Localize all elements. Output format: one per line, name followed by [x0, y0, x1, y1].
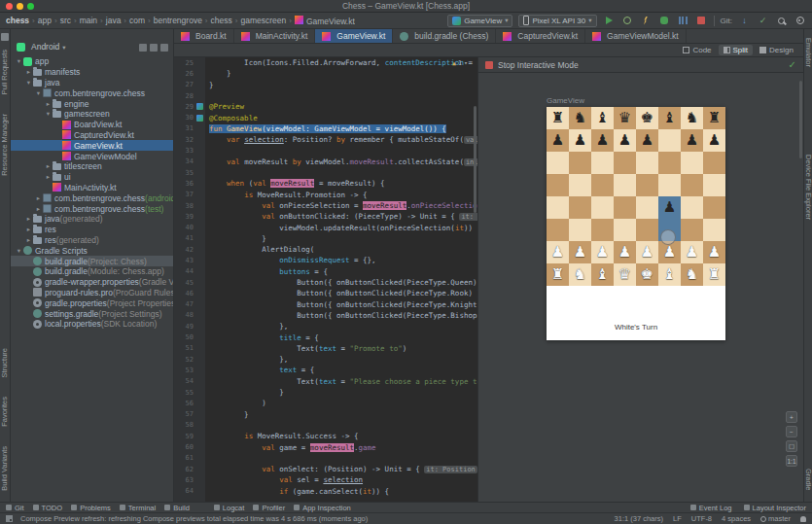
maximize-window-button[interactable] [27, 3, 34, 10]
board-square[interactable]: ♟ [591, 129, 614, 152]
tree-item[interactable]: ▸com.bentrengrove.chess (test) [11, 203, 173, 214]
stop-interactive-mode-button[interactable]: Stop Interactive Mode [498, 60, 579, 70]
tool-window-bar-item[interactable]: TODO [33, 504, 63, 512]
project-tool-icon[interactable] [1, 33, 9, 41]
tree-item[interactable]: build.gradle (Module: Chess.app) [11, 266, 173, 277]
apply-code-changes-button[interactable] [640, 15, 653, 27]
code-line[interactable]: 29@Preview [174, 101, 477, 112]
code-line[interactable]: 33 [174, 145, 477, 156]
tool-window-bar-item[interactable]: Event Log [690, 504, 732, 512]
code-line[interactable]: 36 when (val moveResult = moveResult) { [174, 178, 477, 189]
board-square[interactable]: ♛ [614, 107, 636, 129]
device-select[interactable]: Pixel XL API 30 ▾ [518, 15, 596, 27]
editor-scrollbar[interactable] [474, 106, 477, 213]
tree-item[interactable]: proguard-rules.pro (ProGuard Rules for C… [11, 288, 173, 298]
board-square[interactable] [569, 196, 591, 219]
code-line[interactable]: 30@Composable [174, 112, 477, 122]
zoom-button[interactable]: ▢ [786, 440, 797, 452]
board-square[interactable] [681, 174, 703, 196]
board-square[interactable]: ♟ [591, 241, 614, 263]
board-square[interactable]: ♟ [658, 196, 681, 219]
board-square[interactable] [636, 219, 658, 241]
tree-item[interactable]: CapturedView.kt [11, 130, 173, 141]
code-line[interactable]: 59 is MoveResult.Success -> { [174, 431, 477, 441]
settings-button[interactable] [794, 15, 806, 27]
code-line[interactable]: 32 var selection: Position? by remember … [174, 134, 477, 145]
board-square[interactable] [658, 152, 681, 174]
code-line[interactable]: 34 val moveResult by viewModel.moveResul… [174, 157, 477, 167]
code-line[interactable]: 39 val onButtonClicked: (PieceType) -> U… [174, 211, 477, 222]
tool-window-button[interactable]: Device File Explorer [804, 155, 812, 220]
tool-window-switcher-icon[interactable] [6, 515, 13, 522]
tree-item[interactable]: ▾java [11, 78, 173, 88]
tree-item[interactable]: ▸engine [11, 98, 173, 109]
tree-item[interactable]: ▸ui [11, 172, 173, 183]
profiler-button[interactable] [677, 15, 689, 27]
board-square[interactable]: ♞ [569, 263, 591, 286]
code-line[interactable]: 31fun GameView(viewModel: GameViewModel … [174, 123, 477, 134]
tree-item[interactable]: ▾Gradle Scripts [11, 245, 173, 256]
editor-tab[interactable]: GameViewModel.kt [585, 29, 687, 43]
board-square[interactable]: ♟ [681, 241, 703, 263]
status-item[interactable]: LF [673, 514, 682, 523]
tree-item[interactable]: build.gradle (Project: Chess) [11, 256, 173, 266]
board-square[interactable]: ♜ [703, 107, 725, 129]
board-square[interactable]: ♟ [547, 241, 569, 263]
editor-tab[interactable]: MainActivity.kt [234, 29, 316, 43]
tree-item[interactable]: gradle.properties (Project Properties) [11, 297, 173, 308]
board-square[interactable]: ♟ [681, 129, 703, 152]
code-line[interactable]: 37 is MoveResult.Promotion -> { [174, 190, 477, 200]
code-line[interactable]: 60 val game = moveResult.game [174, 441, 477, 452]
minimize-window-button[interactable] [17, 3, 23, 10]
code-line[interactable]: 42 AlertDialog( [174, 244, 477, 255]
tool-window-button[interactable]: Favorites [0, 397, 9, 427]
tree-item[interactable]: GameViewModel [11, 151, 173, 161]
code-line[interactable]: 47 Button({ onButtonClicked(PieceType.Kn… [174, 299, 477, 310]
board-square[interactable] [703, 219, 725, 241]
code-line[interactable]: 38 val onPieceSelection = moveResult.onP… [174, 200, 477, 211]
board-square[interactable]: ♟ [614, 241, 636, 263]
editor-tab[interactable]: build.gradle (Chess) [393, 29, 496, 43]
board-square[interactable] [658, 174, 681, 196]
status-item[interactable]: master [760, 514, 791, 523]
view-mode-split[interactable]: Split [719, 45, 754, 55]
board-square[interactable]: ♟ [703, 129, 725, 152]
board-square[interactable]: ♞ [681, 107, 703, 129]
tool-window-button[interactable]: Pull Requests [0, 50, 9, 94]
preview-scrollbar[interactable] [799, 81, 802, 158]
tree-item[interactable]: gradle-wrapper.properties (Gradle Versio… [11, 277, 173, 288]
board-square[interactable] [547, 152, 569, 174]
tool-window-bar-item[interactable]: Git [6, 504, 24, 512]
zoom-button[interactable]: + [786, 411, 797, 423]
code-line[interactable]: 41 } [174, 233, 477, 244]
tool-window-bar-item[interactable]: Build [164, 504, 190, 512]
git-commit-button[interactable]: ✓ [757, 15, 769, 27]
breadcrumb-item[interactable]: src [60, 16, 71, 25]
code-line[interactable]: 53 text = { [174, 365, 477, 375]
board-square[interactable]: ♝ [591, 263, 614, 286]
tree-item[interactable]: local.properties (SDK Location) [11, 319, 173, 330]
tree-item[interactable]: ▾com.bentrengrove.chess [11, 87, 173, 98]
code-line[interactable]: 27} [174, 80, 477, 90]
code-line[interactable]: 57 } [174, 409, 477, 420]
tree-item[interactable]: ▸res [11, 225, 173, 235]
apply-changes-button[interactable] [621, 15, 634, 27]
git-update-button[interactable]: ↓ [738, 15, 751, 27]
tree-item[interactable]: ▾gamescreen [11, 109, 173, 120]
code-line[interactable]: 26 } [174, 68, 477, 79]
board-square[interactable]: ♟ [547, 129, 569, 152]
board-square[interactable] [658, 129, 681, 152]
board-square[interactable] [703, 196, 725, 219]
board-square[interactable] [681, 219, 703, 241]
board-square[interactable] [614, 174, 636, 196]
board-square[interactable] [569, 219, 591, 241]
breadcrumb-item[interactable]: com [129, 16, 145, 25]
tree-item[interactable]: BoardView.kt [11, 120, 173, 130]
tree-item[interactable]: MainActivity.kt [11, 183, 173, 193]
status-item[interactable]: 31:1 (37 chars) [615, 514, 663, 523]
code-line[interactable]: 49 }, [174, 321, 477, 332]
code-line[interactable]: 40 viewModel.updateResult(onPieceSelecti… [174, 222, 477, 232]
chess-board[interactable]: ♜♞♝♛♚♝♞♜♟♟♟♟♟♟♟♟♟♟♟♟♟♟♟♟♜♞♝♛♚♝♞♜ [547, 107, 725, 286]
board-square[interactable] [636, 152, 658, 174]
close-window-button[interactable] [6, 3, 13, 10]
